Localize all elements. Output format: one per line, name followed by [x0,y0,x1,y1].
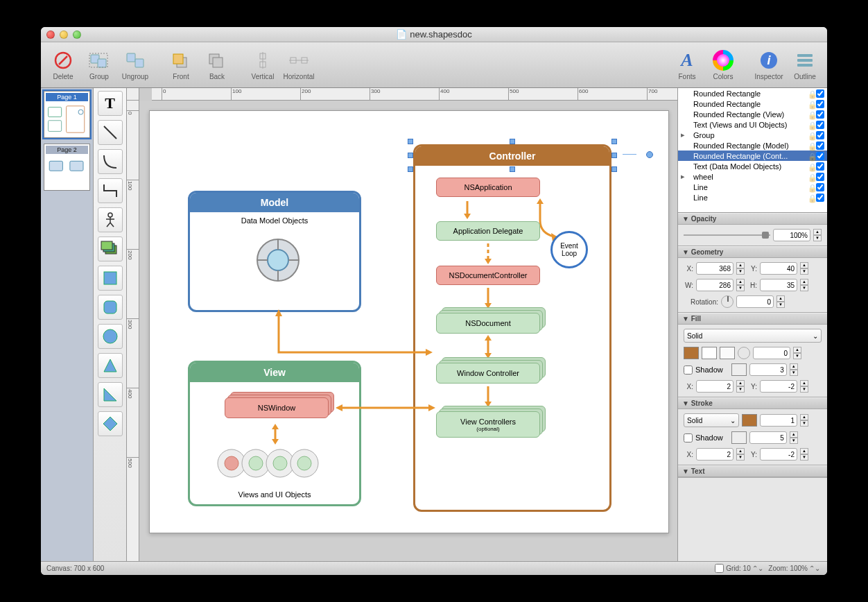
layer-row[interactable]: Line🔒 [678,182,827,192]
inspector-panel: Rounded Rectangle🔒Rounded Rectangle🔒Roun… [677,88,827,561]
ungroup-button[interactable]: Ungroup [120,49,150,80]
nsapplication-node[interactable]: NSApplication [436,178,540,197]
svg-marker-75 [426,349,433,356]
fill-color-swatch[interactable] [684,347,699,359]
delete-button[interactable]: Delete [48,49,78,80]
ruler-vertical: 0100200300400500 [127,101,139,561]
curve-tool[interactable] [98,149,123,174]
stroke-color-swatch[interactable] [742,414,757,427]
layer-row[interactable]: Rounded Rectangle (Cont...🔒 [678,150,827,161]
geometry-section: ▼ Geometry X:▲▼ Y:▲▼ W:▲▼ H:▲▼ Rotation:… [678,246,827,313]
layer-row[interactable]: Rounded Rectangle🔒 [678,88,827,98]
stroke-section: ▼ Stroke Solid⌄ ▲▼ Shadow ▲▼ X:▲▼ Y:▲▼ [678,397,827,465]
stroke-shadow-x[interactable] [696,448,734,461]
layer-row[interactable]: ▸wheel🔒 [678,171,827,182]
svg-marker-77 [336,404,342,411]
svg-marker-43 [103,417,117,431]
page-thumb-2[interactable]: Page 2 [44,144,90,191]
nswindow-stack[interactable]: NSWindow [225,397,336,425]
step-tool[interactable] [98,178,123,203]
fill-shadow-check[interactable] [684,366,693,375]
view-group[interactable]: View NSWindow [188,361,361,506]
align-horizontal-button[interactable]: Horizontal [284,49,314,80]
geom-w-input[interactable] [696,279,734,291]
stroke-shadow-blur[interactable] [749,431,787,444]
geom-x-input[interactable] [696,262,734,275]
svg-marker-78 [428,404,435,411]
opacity-stepper[interactable]: ▲▼ [813,229,822,241]
layer-row[interactable]: Text (Data Model Objects)🔒 [678,161,827,171]
canvas-size-label: Canvas: 700 x 600 [46,565,104,572]
grid-check[interactable] [715,564,724,573]
stroke-shadow-y[interactable] [760,448,797,461]
inspector-button[interactable]: i Inspector [754,49,784,80]
layer-row[interactable]: Rounded Rectangle (Model)🔒 [678,140,827,150]
image-tool[interactable] [98,237,123,261]
back-button[interactable]: Back [202,49,232,80]
fill-mode-select[interactable]: Solid⌄ [684,329,822,343]
model-group[interactable]: Model Data Model Objects [188,191,361,312]
layer-row[interactable]: Text (Views and UI Objects)🔒 [678,119,827,130]
geom-y-input[interactable] [760,262,797,275]
canvas-scroll[interactable]: Model Data Model Objects View [139,101,677,561]
svg-line-33 [107,223,110,227]
stroke-shadow-check[interactable] [684,433,693,442]
canvas[interactable]: Model Data Model Objects View [149,110,669,533]
tools-panel: T [94,88,127,561]
svg-point-45 [268,250,288,270]
opacity-slider[interactable] [684,230,770,240]
svg-marker-66 [485,259,492,264]
text-section: ▼ Text [678,465,827,478]
event-loop-node[interactable]: Event Loop [550,231,588,268]
person-tool[interactable] [98,207,123,232]
layer-row[interactable]: ▸Group🔒 [678,130,827,140]
roundrect-tool[interactable] [98,295,123,320]
text-tool[interactable]: T [98,91,123,116]
diamond-tool[interactable] [98,411,123,436]
stroke-width-input[interactable] [760,414,797,427]
circle-tool[interactable] [98,324,123,349]
right-triangle-tool[interactable] [98,382,123,407]
app-delegate-node[interactable]: Application Delegate [436,221,540,241]
stroke-mode-select[interactable]: Solid⌄ [684,413,739,427]
selection-handles[interactable] [410,141,614,169]
group-button[interactable]: Group [84,49,114,80]
fill-shadow-x[interactable] [696,380,734,393]
outline-button[interactable]: Outline [790,49,820,80]
fill-shadow-blur[interactable] [749,363,787,376]
svg-line-29 [104,126,116,139]
fill-shadow-y[interactable] [760,380,797,393]
rotation-input[interactable] [736,295,774,308]
svg-rect-3 [98,59,106,67]
window-title: 📄new.shapesdoc [41,29,827,40]
svg-point-40 [103,329,117,343]
svg-rect-24 [48,121,61,132]
align-vertical-button[interactable]: Vertical [248,49,278,80]
line-tool[interactable] [98,120,123,145]
geom-h-input[interactable] [760,279,797,291]
fill-angle-input[interactable] [753,347,790,359]
svg-point-56 [249,456,263,470]
layer-row[interactable]: Rounded Rectangle🔒 [678,98,827,109]
colors-button[interactable]: Colors [708,49,738,80]
opacity-input[interactable] [773,229,810,241]
rotation-dial[interactable] [721,295,734,308]
svg-rect-23 [48,108,61,117]
page-thumb-1[interactable]: Page 1 [44,91,90,138]
layer-row[interactable]: Line🔒 [678,192,827,203]
fill-angle-dial[interactable] [738,347,750,359]
layer-row[interactable]: Rounded Rectangle (View)🔒 [678,109,827,119]
svg-point-54 [225,456,238,470]
svg-line-1 [59,56,67,64]
pages-panel: Page 1 Page 2 [41,88,94,561]
front-button[interactable]: Front [166,49,196,80]
toolbar: Delete Group Ungroup Front Back [41,42,827,88]
model-title: Model [190,193,359,212]
layer-list[interactable]: Rounded Rectangle🔒Rounded Rectangle🔒Roun… [678,88,827,213]
wheel-icon [254,236,302,284]
fonts-button[interactable]: A Fonts [672,49,702,80]
rect-tool[interactable] [98,266,123,291]
nsdoccontroller-node[interactable]: NSDocumentController [436,266,540,285]
triangle-tool[interactable] [98,353,123,378]
controller-group[interactable]: Controller NSApplication Application Del… [413,144,611,512]
